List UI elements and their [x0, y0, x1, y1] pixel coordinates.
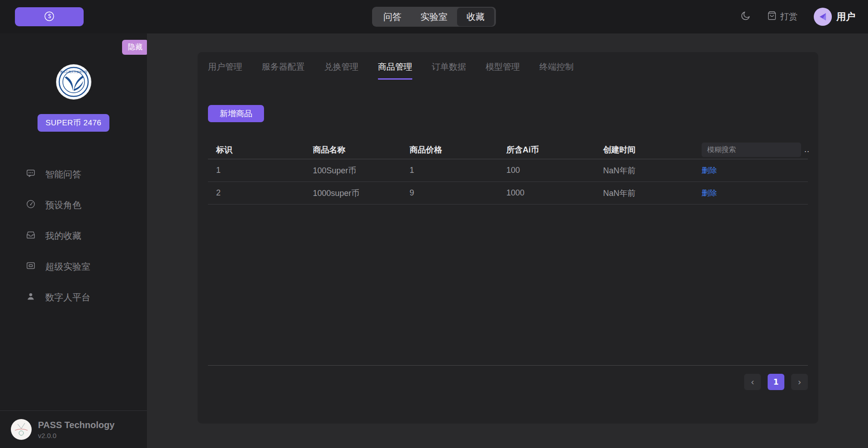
- cell-coins: 1000: [506, 188, 603, 198]
- col-header-created: 创建时间: [603, 144, 702, 155]
- table-row: 2 1000super币 9 1000 NaN年前 删除: [208, 182, 808, 205]
- cell-id: 1: [216, 166, 313, 175]
- moon-icon: [740, 10, 751, 24]
- s-link-circle-icon: [43, 10, 55, 24]
- delete-link[interactable]: 删除: [702, 189, 717, 197]
- hide-sidebar-button[interactable]: 隐藏: [122, 40, 148, 55]
- cell-name: 100Super币: [313, 165, 410, 176]
- sidebar-item-label: 超级实验室: [45, 261, 90, 273]
- reward-label: 打赏: [780, 11, 797, 23]
- tab-terminal-control[interactable]: 终端控制: [539, 61, 574, 80]
- chat-icon: [26, 168, 36, 181]
- sidebar-menu: 智能问答 预设角色 我: [0, 164, 147, 308]
- brand-name: PASS Technology: [38, 420, 114, 430]
- table-row: 1 100Super币 1 100 NaN年前 删除: [208, 159, 808, 182]
- col-header-coins: 所含Ai币: [506, 144, 603, 155]
- prev-page-button[interactable]: ‹: [744, 374, 761, 390]
- admin-card: 用户管理 服务器配置 兑换管理 商品管理 订单数据 模型管理 终端控制 新增商品…: [198, 52, 818, 424]
- theme-toggle-button[interactable]: [740, 10, 751, 24]
- products-table: 标识 商品名称 商品价格 所含Ai币 创建时间 .. 1 100Super币 1…: [208, 140, 808, 366]
- sidebar-item-super-lab[interactable]: 超级实验室: [0, 257, 147, 277]
- col-header-price: 商品价格: [410, 144, 506, 155]
- avatar: [814, 8, 832, 26]
- tab-server-config[interactable]: 服务器配置: [262, 61, 305, 80]
- university-emblem: 重庆工商大学派斯学院: [56, 64, 91, 100]
- col-header-id: 标识: [216, 144, 313, 155]
- brand-block: PASS Technology v2.0.0: [38, 420, 114, 439]
- main-area: 用户管理 服务器配置 兑换管理 商品管理 订单数据 模型管理 终端控制 新增商品…: [147, 33, 868, 448]
- person-icon: [26, 291, 36, 304]
- pass-logo: [11, 419, 32, 440]
- more-options-icon[interactable]: ..: [804, 145, 810, 154]
- page-button-1[interactable]: 1: [768, 374, 784, 390]
- tab-product-management[interactable]: 商品管理: [378, 61, 412, 80]
- cell-name: 1000super币: [313, 188, 410, 199]
- fuzzy-search-input[interactable]: [702, 143, 801, 157]
- topbar-nav-qa[interactable]: 问答: [374, 8, 411, 26]
- tab-exchange-management[interactable]: 兑换管理: [324, 61, 359, 80]
- sidebar-item-label: 智能问答: [45, 168, 81, 181]
- user-label: 用户: [836, 10, 855, 23]
- sidebar-footer: PASS Technology v2.0.0: [0, 410, 147, 448]
- sidebar-item-label: 预设角色: [45, 199, 81, 211]
- admin-tabs: 用户管理 服务器配置 兑换管理 商品管理 订单数据 模型管理 终端控制: [208, 61, 808, 80]
- archive-icon: [26, 230, 36, 242]
- cell-created: NaN年前: [603, 165, 702, 176]
- gauge-icon: [26, 199, 36, 211]
- tab-model-management[interactable]: 模型管理: [486, 61, 520, 80]
- tab-user-management[interactable]: 用户管理: [208, 61, 242, 80]
- sidebar-item-label: 数字人平台: [45, 291, 90, 304]
- topbar-segmented-nav: 问答 实验室 收藏: [372, 7, 496, 27]
- tab-order-data[interactable]: 订单数据: [432, 61, 466, 80]
- user-menu[interactable]: 用户: [814, 8, 855, 26]
- header-search-cell: ..: [702, 143, 810, 157]
- table-empty-area: [208, 205, 808, 366]
- app-logo-button[interactable]: [15, 7, 84, 26]
- svg-text:重庆工商大学派斯学院: 重庆工商大学派斯学院: [60, 70, 87, 74]
- col-header-name: 商品名称: [313, 144, 410, 155]
- lab-icon: [26, 261, 36, 273]
- cell-coins: 100: [506, 166, 603, 175]
- sidebar-item-digital-human[interactable]: 数字人平台: [0, 287, 147, 308]
- topbar-nav-favorites[interactable]: 收藏: [457, 8, 494, 26]
- sidebar-item-preset-roles[interactable]: 预设角色: [0, 195, 147, 215]
- topbar: 问答 实验室 收藏 打赏: [0, 0, 868, 33]
- cell-price: 1: [410, 166, 506, 175]
- table-header-row: 标识 商品名称 商品价格 所含Ai币 创建时间 ..: [208, 140, 808, 159]
- sidebar-item-label: 我的收藏: [45, 230, 81, 242]
- topbar-right: 打赏 用户: [740, 0, 855, 33]
- sidebar: 隐藏 重庆工商大学派斯学院 SUPER币 2476: [0, 33, 147, 448]
- pagination: ‹ 1 ›: [208, 374, 808, 390]
- topbar-nav-lab[interactable]: 实验室: [411, 8, 457, 26]
- sidebar-item-smart-qa[interactable]: 智能问答: [0, 164, 147, 185]
- cell-price: 9: [410, 188, 506, 198]
- add-product-button[interactable]: 新增商品: [208, 105, 264, 122]
- sidebar-item-my-favorites[interactable]: 我的收藏: [0, 226, 147, 246]
- delete-link[interactable]: 删除: [702, 166, 717, 175]
- brand-version: v2.0.0: [38, 432, 114, 439]
- super-coin-badge: SUPER币 2476: [38, 114, 110, 132]
- reward-button[interactable]: 打赏: [767, 11, 797, 23]
- shopping-bag-icon: [767, 11, 777, 23]
- next-page-button[interactable]: ›: [791, 374, 808, 390]
- cell-id: 2: [216, 188, 313, 198]
- cell-created: NaN年前: [603, 188, 702, 199]
